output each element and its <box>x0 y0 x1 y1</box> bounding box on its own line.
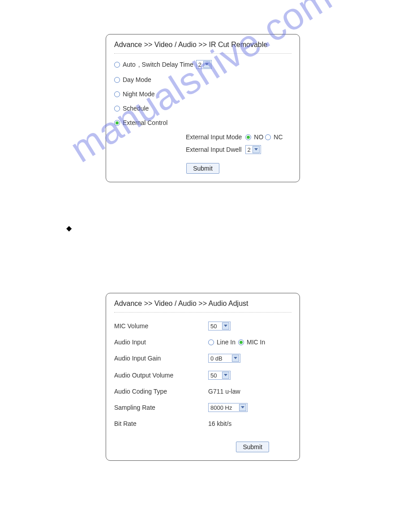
external-dwell-value: 2 <box>248 146 253 153</box>
audio-input-row: Audio Input Line In MIC In <box>114 339 291 346</box>
svg-marker-0 <box>205 63 209 65</box>
radio-nc[interactable] <box>265 134 271 140</box>
chevron-down-icon <box>253 146 260 153</box>
mode-auto-row[interactable]: Auto , Switch Delay Time 2 <box>114 60 291 69</box>
mic-volume-label: MIC Volume <box>114 322 208 330</box>
mode-auto-label: Auto <box>123 61 136 68</box>
ir-cut-panel: Advance >> Video / Audio >> IR Cut Remov… <box>106 34 300 182</box>
mode-day-label: Day Mode <box>123 76 151 83</box>
mode-external-row[interactable]: External Control <box>114 119 291 126</box>
svg-marker-4 <box>224 374 227 376</box>
radio-line-in[interactable] <box>208 339 214 345</box>
external-dwell-select[interactable]: 2 <box>245 145 261 154</box>
radio-schedule[interactable] <box>114 106 120 112</box>
external-input-mode-label: External Input Mode <box>186 133 242 141</box>
mic-in-label: MIC In <box>247 339 265 346</box>
sampling-rate-label: Sampling Rate <box>114 404 208 411</box>
mode-schedule-row[interactable]: Schedule <box>114 105 291 112</box>
divider <box>114 53 291 54</box>
audio-adjust-panel: Advance >> Video / Audio >> Audio Adjust… <box>106 293 300 461</box>
svg-marker-3 <box>234 357 237 359</box>
audio-output-volume-label: Audio Output Volume <box>114 372 208 379</box>
chevron-down-icon <box>222 322 229 330</box>
bit-rate-row: Bit Rate 16 kbit/s <box>114 420 291 427</box>
radio-night[interactable] <box>114 91 120 97</box>
diamond-bullet-icon: ◆ <box>66 224 72 232</box>
breadcrumb: Advance >> Video / Audio >> IR Cut Remov… <box>114 41 291 53</box>
line-in-label: Line In <box>217 339 235 346</box>
mode-external-label: External Control <box>123 119 167 126</box>
svg-marker-2 <box>224 325 227 327</box>
mode-schedule-label: Schedule <box>123 105 149 112</box>
breadcrumb: Advance >> Video / Audio >> Audio Adjust <box>114 300 291 312</box>
audio-coding-type-value: G711 u-law <box>208 388 240 395</box>
sampling-rate-row: Sampling Rate 8000 Hz <box>114 403 291 412</box>
bit-rate-label: Bit Rate <box>114 420 208 427</box>
audio-output-volume-row: Audio Output Volume 50 <box>114 371 291 380</box>
radio-no[interactable] <box>245 134 251 140</box>
radio-mic-in[interactable] <box>238 339 244 345</box>
switch-delay-select[interactable]: 2 <box>196 60 212 69</box>
mic-volume-select[interactable]: 50 <box>208 322 231 330</box>
mode-night-label: Night Mode <box>123 90 155 98</box>
audio-input-gain-select[interactable]: 0 dB <box>208 354 240 363</box>
audio-output-volume-select[interactable]: 50 <box>208 371 231 380</box>
divider <box>114 312 291 313</box>
chevron-down-icon <box>239 404 246 411</box>
chevron-down-icon <box>232 355 239 362</box>
switch-delay-value: 2 <box>198 61 203 68</box>
radio-auto[interactable] <box>114 62 120 68</box>
external-settings: External Input Mode NO NC External Input… <box>186 133 291 160</box>
no-label: NO <box>254 133 263 141</box>
svg-marker-5 <box>241 406 244 408</box>
audio-input-gain-row: Audio Input Gain 0 dB <box>114 354 291 363</box>
radio-external[interactable] <box>114 120 120 126</box>
sampling-rate-select[interactable]: 8000 Hz <box>208 403 248 412</box>
external-input-dwell-label: External Input Dwell <box>186 146 242 153</box>
chevron-down-icon <box>203 61 210 68</box>
submit-button[interactable]: Submit <box>236 442 269 452</box>
chevron-down-icon <box>222 372 229 379</box>
bit-rate-value: 16 kbit/s <box>208 420 231 427</box>
radio-day[interactable] <box>114 77 120 83</box>
audio-coding-type-label: Audio Coding Type <box>114 388 208 395</box>
mode-day-row[interactable]: Day Mode <box>114 76 291 83</box>
submit-button[interactable]: Submit <box>186 163 219 174</box>
audio-input-label: Audio Input <box>114 339 208 346</box>
audio-input-gain-value: 0 dB <box>210 355 232 362</box>
mode-night-row[interactable]: Night Mode <box>114 90 291 98</box>
svg-marker-1 <box>254 148 258 150</box>
mic-volume-row: MIC Volume 50 <box>114 322 291 330</box>
nc-label: NC <box>274 133 283 141</box>
switch-delay-label: , Switch Delay Time <box>138 61 193 68</box>
audio-output-volume-value: 50 <box>210 372 222 379</box>
audio-coding-type-row: Audio Coding Type G711 u-law <box>114 388 291 395</box>
mic-volume-value: 50 <box>210 323 222 330</box>
sampling-rate-value: 8000 Hz <box>210 404 239 411</box>
audio-input-gain-label: Audio Input Gain <box>114 355 208 362</box>
